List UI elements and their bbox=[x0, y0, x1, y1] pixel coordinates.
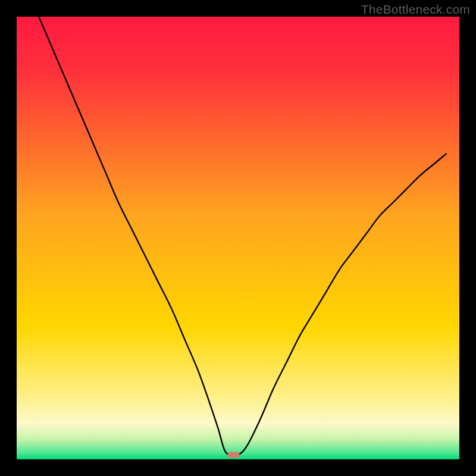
chart-container: TheBottleneck.com bbox=[0, 0, 476, 476]
bottleneck-plot bbox=[17, 17, 459, 459]
attribution-text: TheBottleneck.com bbox=[361, 2, 470, 17]
gradient-background bbox=[17, 17, 459, 459]
optimal-marker bbox=[228, 452, 240, 458]
